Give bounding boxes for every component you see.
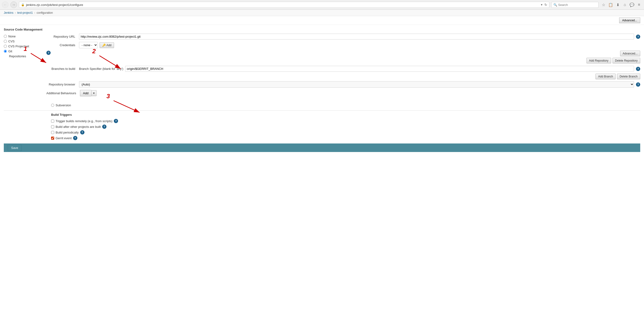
browser-toolbar: ← → 🔒 jenkins.zjc.com/job/test-project1/… <box>0 0 644 10</box>
repo-action-row: ? Advanced... <box>46 51 640 56</box>
repo-browser-row: Repository browser (Auto) ? <box>46 81 640 88</box>
trigger-gerrit-help-icon[interactable]: ? <box>73 136 77 140</box>
repo-url-row: Repository URL ? <box>46 34 640 40</box>
scm-radio-cvs-projectset[interactable] <box>4 45 7 48</box>
section-divider <box>4 110 640 111</box>
advanced-button[interactable]: Advanced... <box>620 51 640 56</box>
credentials-add-button[interactable]: 🔑 Add <box>100 42 114 48</box>
browser-chrome: ← → 🔒 jenkins.zjc.com/job/test-project1/… <box>0 0 644 10</box>
trigger-label-gerrit: Gerrit event <box>56 136 72 140</box>
search-icon: 🔍 <box>554 3 557 7</box>
menu-icon[interactable]: ≡ <box>636 2 642 8</box>
address-text: jenkins.zjc.com/job/test-project1/config… <box>26 3 538 7</box>
repo-url-label: Repository URL <box>46 35 77 38</box>
scm-radio-cvs[interactable] <box>4 40 7 43</box>
scm-label-none: None <box>8 35 16 38</box>
scm-details: Repository URL ? Credentials - none - 🔑 … <box>46 34 640 100</box>
additional-behaviours-row: Additional Behaviours Add ▾ <box>46 90 640 96</box>
trigger-label-remote: Trigger builds remotely (e.g., from scri… <box>56 119 112 123</box>
reload-icon[interactable]: ↻ <box>544 3 547 7</box>
credentials-label: Credentials <box>46 43 77 47</box>
save-button[interactable]: Save <box>8 145 22 151</box>
subversion-label: Subversion <box>56 104 71 107</box>
breadcrumb-sep-2: › <box>34 11 35 15</box>
repo-url-help-icon[interactable]: ? <box>636 35 640 39</box>
scm-label-cvs-projectset: CVS Projectset <box>8 45 29 48</box>
breadcrumb-jenkins[interactable]: Jenkins <box>4 11 14 15</box>
delete-repository-button[interactable]: Delete Repository <box>612 58 640 64</box>
bottom-bar: Save <box>4 143 640 152</box>
git-repos-label: Repositories <box>4 55 42 58</box>
scm-section-title: Source Code Management <box>4 28 640 31</box>
breadcrumb-config: configuration <box>37 11 53 15</box>
lock-icon: 🔒 <box>21 3 24 7</box>
scm-radio-git[interactable] <box>4 50 7 53</box>
add-behaviour-arrow[interactable]: ▾ <box>91 90 96 96</box>
scm-option-cvs-projectset: CVS Projectset <box>4 45 42 48</box>
address-bar[interactable]: 🔒 jenkins.zjc.com/job/test-project1/conf… <box>19 2 549 8</box>
top-advanced-button[interactable]: Advanced... <box>619 18 640 23</box>
scm-section: Source Code Management None CVS CVS Proj… <box>4 28 640 100</box>
branch-help-icon[interactable]: ? <box>636 67 640 71</box>
browser-actions: ☆ 📋 ⬇ ⌂ 💬 ≡ <box>600 2 642 8</box>
scm-options: None CVS CVS Projectset Git Repositori <box>4 34 42 100</box>
breadcrumb-project[interactable]: test-project1 <box>17 11 33 15</box>
breadcrumb-sep-1: › <box>15 11 16 15</box>
add-behaviour-dropdown: Add ▾ <box>80 90 96 96</box>
branch-specifier-label: Branch Specifier (blank for 'any') <box>79 67 123 71</box>
scm-option-cvs: CVS <box>4 40 42 43</box>
scm-option-none: None <box>4 35 42 38</box>
branches-section: Branches to build Branch Specifier (blan… <box>46 66 640 72</box>
trigger-row-gerrit: Gerrit event ? <box>4 136 640 140</box>
scm-option-git: Git <box>4 50 42 53</box>
trigger-row-remote: Trigger builds remotely (e.g., from scri… <box>4 119 640 123</box>
address-dropdown-icon[interactable]: ▼ <box>540 3 543 6</box>
branches-row: Branches to build Branch Specifier (blan… <box>46 66 640 72</box>
repo-browser-select[interactable]: (Auto) <box>79 81 634 88</box>
repo-url-input[interactable] <box>79 34 634 40</box>
additional-behaviours-label: Additional Behaviours <box>46 91 78 95</box>
scm-radio-subversion[interactable] <box>51 104 54 107</box>
search-bar[interactable]: 🔍 <box>551 2 598 8</box>
search-input[interactable] <box>558 3 596 7</box>
download-icon[interactable]: ⬇ <box>615 2 621 8</box>
home-icon[interactable]: ⌂ <box>622 2 628 8</box>
forward-button[interactable]: → <box>10 2 17 8</box>
build-triggers-title: Build Triggers <box>4 113 640 117</box>
advanced-help-icon[interactable]: ? <box>46 51 51 55</box>
trigger-checkbox-periodic[interactable] <box>51 131 54 134</box>
chat-icon[interactable]: 💬 <box>629 2 635 8</box>
scm-radio-none[interactable] <box>4 35 7 38</box>
trigger-checkbox-after-other[interactable] <box>51 125 54 128</box>
breadcrumb: Jenkins › test-project1 › configuration <box>0 10 644 16</box>
add-repository-button[interactable]: Add Repository <box>586 58 611 64</box>
reading-list-icon[interactable]: 📋 <box>608 2 614 8</box>
trigger-checkbox-gerrit[interactable] <box>51 137 54 140</box>
add-branch-button[interactable]: Add Branch <box>596 74 616 79</box>
trigger-after-other-help-icon[interactable]: ? <box>102 125 106 129</box>
branches-label: Branches to build <box>46 67 77 71</box>
scm-label-cvs: CVS <box>8 40 15 43</box>
repo-buttons-row: Add Repository Delete Repository <box>46 58 640 64</box>
trigger-remote-help-icon[interactable]: ? <box>114 119 118 123</box>
repo-browser-help-icon[interactable]: ? <box>636 82 640 87</box>
add-behaviour-button[interactable]: Add <box>80 90 91 96</box>
trigger-periodic-help-icon[interactable]: ? <box>80 130 84 134</box>
delete-branch-button[interactable]: Delete Branch <box>617 74 640 79</box>
build-triggers-section: Build Triggers Trigger builds remotely (… <box>4 113 640 140</box>
main-content: Source Code Management None CVS CVS Proj… <box>0 25 644 155</box>
trigger-label-periodic: Build periodically <box>56 131 79 134</box>
credentials-row: Credentials - none - 🔑 Add <box>46 42 640 48</box>
credentials-select[interactable]: - none - <box>79 42 98 48</box>
trigger-label-after-other: Build after other projects are built <box>56 125 101 129</box>
subversion-row: Subversion <box>4 104 640 107</box>
credentials-controls: - none - 🔑 Add <box>79 42 114 48</box>
scm-form-section: None CVS CVS Projectset Git Repositori <box>4 34 640 100</box>
repo-browser-label: Repository browser <box>46 83 77 86</box>
bookmark-icon[interactable]: ☆ <box>600 2 606 8</box>
scm-label-git: Git <box>8 50 12 53</box>
trigger-row-periodic: Build periodically ? <box>4 130 640 134</box>
trigger-checkbox-remote[interactable] <box>51 120 54 123</box>
back-button[interactable]: ← <box>2 2 8 8</box>
branch-specifier-input[interactable] <box>125 66 634 72</box>
